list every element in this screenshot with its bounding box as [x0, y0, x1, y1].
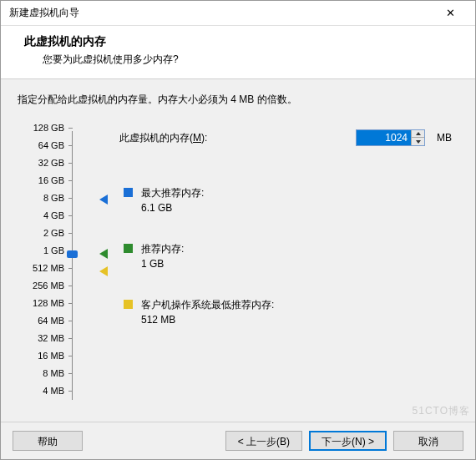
instruction-text: 指定分配给此虚拟机的内存量。内存大小必须为 4 MB 的倍数。 — [18, 93, 458, 107]
slider-tick — [68, 198, 73, 199]
slider-tick-label: 512 MB — [33, 263, 64, 273]
page-subtitle: 您要为此虚拟机使用多少内存? — [43, 53, 460, 67]
slider-tick-label: 256 MB — [33, 281, 64, 291]
spinner-down-icon[interactable] — [412, 138, 424, 145]
slider-track — [72, 131, 73, 400]
page-title: 此虚拟机的内存 — [24, 34, 460, 49]
slider-tick — [68, 180, 73, 181]
watermark: 51CTO博客 — [413, 404, 470, 418]
slider-tick — [68, 163, 73, 164]
slider-tick — [68, 356, 73, 356]
slider-tick-label: 32 MB — [38, 333, 64, 343]
slider-tick-label: 8 MB — [43, 368, 64, 378]
footer: 帮助 < 上一步(B) 下一步(N) > 取消 — [1, 422, 475, 459]
slider-tick-label: 1 GB — [43, 245, 64, 255]
slider-tick-label: 64 MB — [38, 316, 64, 326]
slider-tick-label: 128 MB — [33, 298, 64, 308]
slider-tick — [68, 145, 73, 146]
square-icon-green — [124, 244, 133, 253]
slider-tick-label: 16 GB — [38, 175, 64, 185]
spinner-up-icon[interactable] — [412, 130, 424, 138]
slider-tick-label: 4 GB — [43, 210, 64, 220]
slider-tick — [68, 338, 73, 339]
memory-row: 此虚拟机的内存(M): MB — [119, 129, 452, 146]
square-icon-yellow — [124, 300, 133, 309]
cancel-button[interactable]: 取消 — [393, 431, 463, 451]
close-icon[interactable] — [433, 2, 467, 25]
slider-tick-label: 8 GB — [43, 193, 64, 203]
window-title: 新建虚拟机向导 — [9, 6, 79, 20]
slider-tick — [68, 373, 73, 374]
slider-tick-label: 128 GB — [33, 123, 64, 133]
memory-spinner[interactable] — [356, 129, 425, 146]
slider-tick-label: 64 GB — [38, 140, 64, 150]
square-icon-blue — [124, 188, 133, 197]
wizard-window: 新建虚拟机向导 此虚拟机的内存 您要为此虚拟机使用多少内存? 指定分配给此虚拟机… — [0, 0, 476, 460]
slider-tick-label: 2 GB — [43, 228, 64, 238]
help-button[interactable]: 帮助 — [13, 431, 83, 451]
slider-tick — [68, 391, 73, 392]
slider-tick-label: 16 MB — [38, 351, 64, 361]
slider-tick — [68, 303, 73, 304]
rec-memory-info: 推荐内存: 1 GB — [124, 242, 184, 270]
slider-tick-label: 4 MB — [43, 386, 64, 396]
slider-tick — [68, 286, 73, 286]
back-button[interactable]: < 上一步(B) — [225, 431, 302, 451]
memory-slider[interactable]: 128 GB64 GB32 GB16 GB8 GB4 GB2 GB1 GB512… — [16, 126, 99, 405]
slider-tick — [68, 215, 73, 216]
slider-tick — [68, 268, 73, 269]
marker-min — [99, 266, 108, 276]
max-memory-info: 最大推荐内存: 6.1 GB — [124, 186, 204, 214]
slider-tick — [68, 128, 73, 129]
wizard-header: 此虚拟机的内存 您要为此虚拟机使用多少内存? — [1, 26, 475, 79]
content-area: 指定分配给此虚拟机的内存量。内存大小必须为 4 MB 的倍数。 此虚拟机的内存(… — [1, 79, 475, 422]
slider-tick — [68, 321, 73, 321]
slider-thumb[interactable] — [67, 250, 78, 258]
title-bar: 新建虚拟机向导 — [1, 1, 475, 26]
memory-label: 此虚拟机的内存(M): — [119, 131, 349, 145]
memory-input[interactable] — [357, 130, 411, 145]
slider-tick — [68, 233, 73, 234]
min-memory-info: 客户机操作系统最低推荐内存: 512 MB — [124, 298, 274, 326]
marker-max — [99, 195, 108, 205]
marker-rec — [99, 249, 108, 259]
slider-tick-label: 32 GB — [38, 158, 64, 168]
memory-unit: MB — [437, 132, 452, 144]
next-button[interactable]: 下一步(N) > — [309, 431, 387, 451]
